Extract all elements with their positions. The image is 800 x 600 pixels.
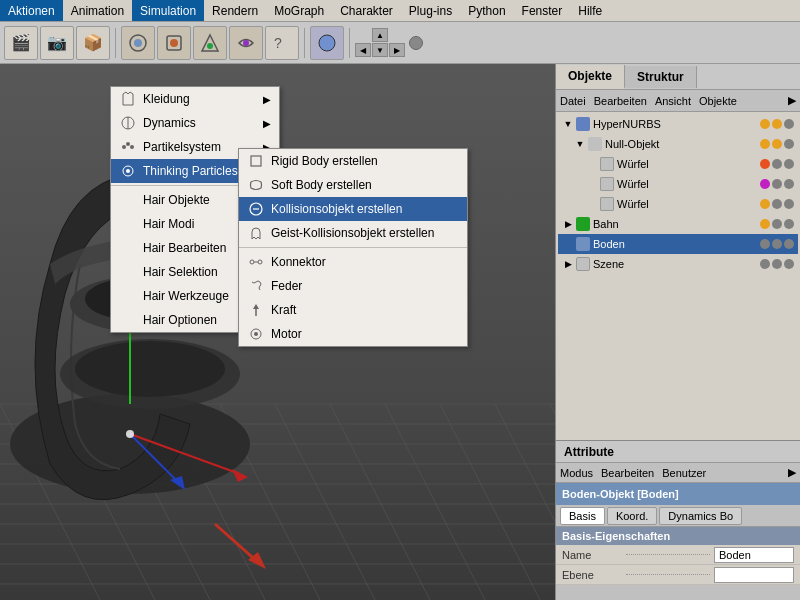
- toolbar-btn-s6[interactable]: [310, 26, 344, 60]
- tree-item-wurfel1[interactable]: Würfel: [558, 154, 798, 174]
- submenu-geist-kollision[interactable]: Geist-Kollisionsobjekt erstellen: [239, 221, 467, 245]
- nav-up[interactable]: ▲: [372, 28, 388, 42]
- dynamics-submenu[interactable]: Rigid Body erstellen Soft Body erstellen…: [238, 148, 468, 347]
- tree-item-szene[interactable]: ▶ Szene: [558, 254, 798, 274]
- svg-point-48: [126, 142, 130, 146]
- soft-body-label: Soft Body erstellen: [271, 178, 372, 192]
- toolbar-btn-dot[interactable]: [409, 36, 423, 50]
- expand-szene[interactable]: ▶: [562, 258, 574, 270]
- attr-ebene-input[interactable]: [714, 567, 794, 583]
- objects-sub-objekte[interactable]: Objekte: [699, 95, 737, 107]
- konnektor-label: Konnektor: [271, 255, 326, 269]
- objects-sub-datei[interactable]: Datei: [560, 95, 586, 107]
- boden-icon: [576, 237, 590, 251]
- menubar-item-simulation[interactable]: Simulation: [132, 0, 204, 21]
- submenu-rigid-body[interactable]: Rigid Body erstellen: [239, 149, 467, 173]
- hair-selektion-label: Hair Selektion: [143, 265, 218, 279]
- tree-item-null[interactable]: ▼ Null-Objekt: [558, 134, 798, 154]
- toolbar-btn-s1[interactable]: [121, 26, 155, 60]
- objects-sub-arrow[interactable]: ▶: [788, 94, 796, 107]
- attr-tab-koord[interactable]: Koord.: [607, 507, 657, 525]
- tree-item-bahn[interactable]: ▶ Bahn: [558, 214, 798, 234]
- objects-sub-toolbar: Datei Bearbeiten Ansicht Objekte ▶: [556, 90, 800, 112]
- submenu-feder[interactable]: Feder: [239, 274, 467, 298]
- wurfel1-icon: [600, 157, 614, 171]
- menubar-item-fenster[interactable]: Fenster: [514, 0, 571, 21]
- attr-name-label: Name: [562, 549, 622, 561]
- menubar-item-animation[interactable]: Animation: [63, 0, 132, 21]
- menubar-item-python[interactable]: Python: [460, 0, 513, 21]
- szene-balls: [760, 259, 798, 269]
- boden-label: Boden: [593, 238, 625, 250]
- attr-sub-arrow[interactable]: ▶: [788, 466, 796, 479]
- viewport[interactable]: Kleidung ▶ Dynamics ▶ Partikelsystem ▶: [0, 64, 555, 600]
- kleidung-label: Kleidung: [143, 92, 190, 106]
- expand-wurfel1[interactable]: [586, 158, 598, 170]
- menubar-item-aktionen[interactable]: Aktionen: [0, 0, 63, 21]
- toolbar-btn-box[interactable]: 📦: [76, 26, 110, 60]
- expand-wurfel3[interactable]: [586, 198, 598, 210]
- geist-icon: [247, 225, 265, 241]
- svg-point-51: [126, 169, 130, 173]
- objects-sub-bearbeiten[interactable]: Bearbeiten: [594, 95, 647, 107]
- kraft-icon: [247, 302, 265, 318]
- bahn-label: Bahn: [593, 218, 619, 230]
- attr-sub-benutzer[interactable]: Benutzer: [662, 467, 706, 479]
- tree-item-wurfel3[interactable]: Würfel: [558, 194, 798, 214]
- attr-tab-dynamics[interactable]: Dynamics Bo: [659, 507, 742, 525]
- svg-marker-59: [253, 304, 259, 309]
- tab-objekte[interactable]: Objekte: [556, 65, 625, 89]
- menubar: Aktionen Animation Simulation Rendern Mo…: [0, 0, 800, 22]
- svg-point-1: [134, 39, 142, 47]
- submenu-motor[interactable]: Motor: [239, 322, 467, 346]
- nav-left[interactable]: ◀: [355, 43, 371, 57]
- expand-null[interactable]: ▼: [574, 138, 586, 150]
- expand-wurfel2[interactable]: [586, 178, 598, 190]
- wurfel1-label: Würfel: [617, 158, 649, 170]
- dynamics-label: Dynamics: [143, 116, 196, 130]
- kraft-label: Kraft: [271, 303, 296, 317]
- attr-sub-bearbeiten[interactable]: Bearbeiten: [601, 467, 654, 479]
- toolbar-btn-s5[interactable]: ?: [265, 26, 299, 60]
- main-layout: Kleidung ▶ Dynamics ▶ Partikelsystem ▶: [0, 64, 800, 600]
- menubar-item-charakter[interactable]: Charakter: [332, 0, 401, 21]
- attr-sub-toolbar: Modus Bearbeiten Benutzer ▶: [556, 463, 800, 483]
- objects-sub-ansicht[interactable]: Ansicht: [655, 95, 691, 107]
- objects-tree[interactable]: ▼ HyperNURBS ▼ Null-Objekt: [556, 112, 800, 440]
- wurfel3-label: Würfel: [617, 198, 649, 210]
- menu-item-kleidung[interactable]: Kleidung ▶: [111, 87, 279, 111]
- menubar-item-hilfe[interactable]: Hilfe: [570, 0, 610, 21]
- menubar-item-rendern[interactable]: Rendern: [204, 0, 266, 21]
- attr-sub-modus[interactable]: Modus: [560, 467, 593, 479]
- toolbar-btn-film[interactable]: 🎬: [4, 26, 38, 60]
- hypernurbs-label: HyperNURBS: [593, 118, 661, 130]
- hair-werkzeuge-label: Hair Werkzeuge: [143, 289, 229, 303]
- menubar-item-mograph[interactable]: MoGraph: [266, 0, 332, 21]
- expand-bahn[interactable]: ▶: [562, 218, 574, 230]
- expand-hypernurbs[interactable]: ▼: [562, 118, 574, 130]
- tree-item-hypernurbs[interactable]: ▼ HyperNURBS: [558, 114, 798, 134]
- attr-name-dots: [626, 554, 710, 555]
- expand-boden[interactable]: [562, 238, 574, 250]
- tree-item-wurfel2[interactable]: Würfel: [558, 174, 798, 194]
- nav-down[interactable]: ▼: [372, 43, 388, 57]
- svg-point-42: [126, 430, 134, 438]
- null-label: Null-Objekt: [605, 138, 659, 150]
- toolbar-btn-s3[interactable]: [193, 26, 227, 60]
- toolbar-btn-s2[interactable]: [157, 26, 191, 60]
- menubar-item-plugins[interactable]: Plug-ins: [401, 0, 460, 21]
- submenu-kollisionsobjekt[interactable]: Kollisionsobjekt erstellen: [239, 197, 467, 221]
- tree-item-boden[interactable]: Boden: [558, 234, 798, 254]
- feder-icon: [247, 278, 265, 294]
- toolbar-btn-s4[interactable]: [229, 26, 263, 60]
- toolbar-btn-camera[interactable]: 📷: [40, 26, 74, 60]
- nav-right[interactable]: ▶: [389, 43, 405, 57]
- tab-struktur[interactable]: Struktur: [625, 66, 697, 88]
- submenu-soft-body[interactable]: Soft Body erstellen: [239, 173, 467, 197]
- submenu-kraft[interactable]: Kraft: [239, 298, 467, 322]
- rigid-body-icon: [247, 153, 265, 169]
- attr-tab-basis[interactable]: Basis: [560, 507, 605, 525]
- menu-item-dynamics[interactable]: Dynamics ▶: [111, 111, 279, 135]
- submenu-konnektor[interactable]: Konnektor: [239, 250, 467, 274]
- attr-name-input[interactable]: [714, 547, 794, 563]
